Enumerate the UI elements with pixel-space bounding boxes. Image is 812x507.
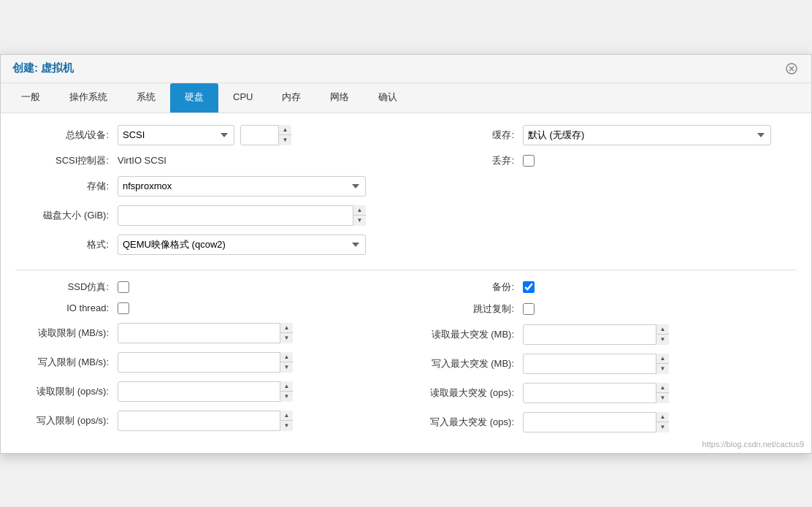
write-burst-down-btn[interactable]: ▼ [656,364,669,374]
write-ops-up-btn[interactable]: ▲ [280,411,293,422]
write-ops-label: 写入限制 (ops/s): [15,414,118,427]
io-thread-checkbox-wrap [118,302,129,314]
write-ops-burst-row: 写入最大突发 (ops): 默认 ▲ ▼ [421,412,797,432]
read-burst-up-btn[interactable]: ▲ [656,324,669,335]
bus-device-label: 总线/设备: [15,129,118,142]
ssd-checkbox[interactable] [118,281,129,293]
read-burst-spinner-btns: ▲ ▼ [656,324,669,345]
backup-checkbox[interactable] [523,281,535,293]
tab-bar: 一般 操作系统 系统 硬盘 CPU 内存 网络 确认 [1,83,811,113]
device-spinner: 0 ▲ ▼ [240,125,291,145]
close-button[interactable] [784,61,800,77]
tab-confirm[interactable]: 确认 [364,83,412,113]
read-burst-label: 读取最大突发 (MB): [421,328,523,341]
skip-copy-checkbox[interactable] [523,303,535,315]
ssd-label: SSD仿真: [15,281,118,294]
storage-row: 存储: nfsproxmox [15,176,391,197]
device-down-btn[interactable]: ▼ [278,135,291,145]
backup-row: 备份: [421,281,797,294]
read-limit-up-btn[interactable]: ▲ [280,323,293,334]
section-divider [15,270,797,270]
write-ops-down-btn[interactable]: ▼ [280,421,293,431]
ssd-checkbox-wrap [118,281,129,293]
tab-system[interactable]: 系统 [122,83,170,113]
read-burst-down-btn[interactable]: ▼ [656,335,669,345]
write-burst-row: 写入最大突发 (MB): 默认 ▲ ▼ [421,354,797,374]
read-limit-row: 读取限制 (MB/s): 无限 ▲ ▼ [15,323,391,343]
write-burst-up-btn[interactable]: ▲ [656,354,669,365]
tab-disk[interactable]: 硬盘 [170,83,218,113]
format-row: 格式: QEMU映像格式 (qcow2) [15,235,391,255]
write-ops-input[interactable]: 无限 [118,411,293,431]
write-limit-label: 写入限制 (MB/s): [15,356,118,369]
read-limit-spinner-btns: ▲ ▼ [280,323,293,343]
disk-size-input[interactable]: 32 [118,205,366,226]
backup-label: 备份: [421,281,523,294]
tab-general[interactable]: 一般 [7,83,55,113]
write-ops-spinner-btns: ▲ ▼ [280,411,293,431]
read-ops-burst-down-btn[interactable]: ▼ [656,393,669,403]
read-ops-input[interactable]: 无限 [118,381,293,402]
write-ops-burst-up-btn[interactable]: ▲ [656,412,669,423]
discard-label: 丢弃: [421,154,523,167]
io-thread-row: IO thread: [15,302,391,314]
read-ops-burst-up-btn[interactable]: ▲ [656,383,669,394]
cache-label: 缓存: [421,129,523,142]
storage-label: 存储: [15,180,118,193]
write-burst-input[interactable]: 默认 [523,354,669,374]
top-left-column: 总线/设备: SCSI 0 ▲ ▼ [15,125,391,264]
format-label: 格式: [15,238,118,251]
write-ops-burst-spinner-btns: ▲ ▼ [656,412,669,432]
write-ops-row: 写入限制 (ops/s): 无限 ▲ ▼ [15,411,391,431]
discard-checkbox[interactable] [523,155,535,167]
disk-size-down-btn[interactable]: ▼ [353,216,366,226]
discard-row: 丢弃: [421,154,797,167]
top-section: 总线/设备: SCSI 0 ▲ ▼ [15,125,797,264]
controller-row: SCSI控制器: VirtIO SCSI [15,154,391,167]
disk-size-spinner-btns: ▲ ▼ [353,205,366,226]
read-burst-input[interactable]: 默认 [523,324,669,345]
disk-size-up-btn[interactable]: ▲ [353,205,366,216]
read-ops-down-btn[interactable]: ▼ [280,392,293,402]
bus-device-row: 总线/设备: SCSI 0 ▲ ▼ [15,125,391,145]
read-ops-burst-input[interactable]: 默认 [523,383,669,403]
format-select[interactable]: QEMU映像格式 (qcow2) [118,235,366,255]
write-limit-input[interactable]: 无限 [118,352,293,373]
dialog-title: 创建: 虚拟机 [12,61,74,75]
content-area: 总线/设备: SCSI 0 ▲ ▼ [1,113,811,453]
tab-os[interactable]: 操作系统 [55,83,122,113]
tab-network[interactable]: 网络 [315,83,364,113]
bus-select[interactable]: SCSI [118,125,234,145]
io-thread-checkbox[interactable] [118,302,129,314]
read-ops-up-btn[interactable]: ▲ [280,381,293,392]
skip-copy-label: 跳过复制: [421,302,523,316]
tab-cpu[interactable]: CPU [218,83,267,113]
watermark: https://blog.csdn.net/cactus9 [702,440,804,449]
tab-memory[interactable]: 内存 [267,83,315,113]
device-up-btn[interactable]: ▲ [278,125,291,136]
bus-device-inputs: SCSI 0 ▲ ▼ [118,125,291,145]
write-limit-spinner: 无限 ▲ ▼ [118,352,293,373]
write-ops-burst-spinner: 默认 ▲ ▼ [523,412,669,432]
write-limit-spinner-btns: ▲ ▼ [280,352,293,373]
write-burst-spinner-btns: ▲ ▼ [656,354,669,374]
storage-select[interactable]: nfsproxmox [118,176,366,197]
read-limit-down-btn[interactable]: ▼ [280,333,293,343]
read-limit-input[interactable]: 无限 [118,323,293,343]
write-limit-row: 写入限制 (MB/s): 无限 ▲ ▼ [15,352,391,373]
read-ops-burst-row: 读取最大突发 (ops): 默认 ▲ ▼ [421,383,797,403]
skip-copy-checkbox-wrap [523,303,535,315]
cache-select[interactable]: 默认 (无缓存) [523,125,771,145]
write-limit-down-btn[interactable]: ▼ [280,362,293,373]
write-ops-spinner: 无限 ▲ ▼ [118,411,293,431]
read-limit-spinner: 无限 ▲ ▼ [118,323,293,343]
write-ops-burst-input[interactable]: 默认 [523,412,669,432]
write-ops-burst-down-btn[interactable]: ▼ [656,422,669,432]
skip-copy-row: 跳过复制: [421,302,797,316]
write-limit-up-btn[interactable]: ▲ [280,352,293,363]
bottom-section: SSD仿真: IO thread: 读取限制 (MB/s): [15,281,797,441]
read-limit-label: 读取限制 (MB/s): [15,327,118,340]
controller-value: VirtIO SCSI [118,155,166,166]
dialog-header: 创建: 虚拟机 [1,55,811,83]
read-ops-burst-spinner: 默认 ▲ ▼ [523,383,669,403]
